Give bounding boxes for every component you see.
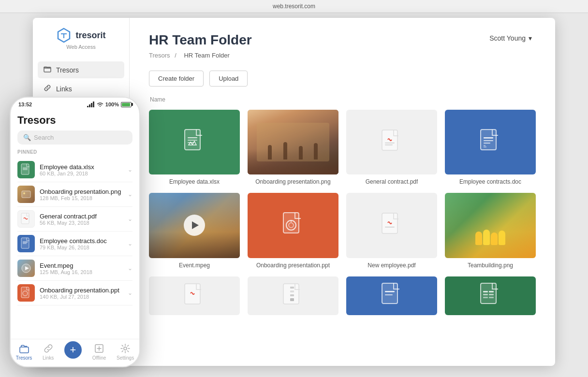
phone-file-left-3: Employee contracts.doc 79 KB, May 26, 20… — [17, 235, 107, 252]
phone-file-icon-5 — [17, 284, 35, 302]
svg-rect-38 — [489, 294, 494, 295]
svg-rect-37 — [483, 294, 488, 295]
phone-file-item-3[interactable]: Employee contracts.doc 79 KB, May 26, 20… — [17, 232, 132, 256]
phone-nav-offline-icon — [94, 343, 104, 354]
file-item-employee-data[interactable]: Employee data.xlsx — [149, 110, 240, 185]
user-name: Scott Young — [489, 34, 526, 42]
svg-rect-32 — [385, 291, 395, 292]
phone-file-left-0: Employee data.xlsx 60 KB, Jan 29, 2018 — [17, 161, 94, 178]
user-menu[interactable]: Scott Young ▾ — [485, 32, 536, 44]
file-item-pdf-2[interactable] — [149, 276, 240, 315]
phone-nav-links-label: Links — [43, 355, 54, 361]
phone-file-name-3: Employee contracts.doc — [40, 237, 107, 245]
phone-search[interactable]: 🔍 Search — [17, 130, 132, 145]
svg-rect-29 — [290, 294, 294, 296]
breadcrumb-separator: / — [175, 52, 178, 59]
battery-percent: 100% — [105, 102, 119, 107]
chevron-down-icon: ▾ — [529, 34, 532, 42]
file-thumb-general-contract — [346, 110, 437, 174]
phone-file-icon-0 — [17, 161, 35, 178]
phone-nav-settings[interactable]: Settings — [117, 343, 134, 361]
svg-rect-56 — [21, 287, 29, 298]
sidebar-item-links[interactable]: Links — [38, 80, 124, 97]
phone-file-name-4: Event.mpeg — [40, 262, 92, 269]
column-header-name: Name — [149, 96, 536, 103]
file-item-employee-contracts[interactable]: Employee contracts.doc — [445, 110, 536, 185]
create-folder-button[interactable]: Create folder — [149, 71, 204, 87]
phone-content: Tresors 🔍 Search PINNED — [11, 109, 139, 305]
svg-rect-39 — [483, 297, 488, 298]
file-item-teambuilding-png[interactable]: Teambuilding.png — [445, 193, 536, 268]
toolbar: Create folder Upload — [149, 71, 536, 87]
file-item-event-mpeg[interactable]: Event.mpeg — [149, 193, 240, 268]
phone-status-icons: 100% — [87, 102, 132, 107]
phone-file-item-4[interactable]: Event.mpeg 125 MB, Aug 16, 2018 ⌄ — [17, 256, 132, 281]
svg-rect-30 — [290, 298, 294, 301]
file-thumb-pdf-2 — [149, 276, 240, 315]
file-thumb-event-mpeg — [149, 193, 240, 258]
phone-file-item-5[interactable]: Onboarding presentation.ppt 140 KB, Jul … — [17, 281, 132, 305]
phone-nav-settings-label: Settings — [117, 355, 134, 361]
svg-rect-36 — [489, 291, 494, 292]
phone-add-button[interactable]: + — [64, 341, 82, 359]
file-item-zip[interactable] — [248, 276, 338, 315]
phone-file-meta-4: 125 MB, Aug 16, 2018 — [40, 269, 92, 275]
file-item-onboarding-ppt[interactable]: Onboarding presentation.ppt — [248, 193, 338, 268]
sidebar-tresors-label: Tresors — [56, 66, 79, 74]
file-thumb-doc-2 — [346, 276, 437, 315]
svg-rect-28 — [290, 290, 294, 292]
upload-button[interactable]: Upload — [209, 71, 248, 87]
breadcrumb-current: HR Team Folder — [184, 52, 229, 59]
sidebar-item-tresors[interactable]: Tresors — [38, 61, 124, 78]
phone-file-info-2: General contract.pdf 56 KB, May 23, 2018 — [40, 213, 97, 226]
svg-rect-48 — [22, 191, 30, 198]
tresorit-logo-icon — [56, 28, 72, 43]
svg-rect-41 — [87, 106, 88, 107]
phone-search-placeholder: Search — [34, 134, 54, 141]
phone-file-left-4: Event.mpeg 125 MB, Aug 16, 2018 — [17, 260, 92, 277]
file-item-general-contract[interactable]: General contract.pdf — [346, 110, 437, 185]
url-bar: web.tresorit.com — [0, 0, 588, 13]
phone-time: 13:52 — [18, 102, 32, 107]
battery-bar — [121, 102, 132, 107]
phone-file-icon-3 — [17, 235, 35, 252]
breadcrumb: Tresors / HR Team Folder — [149, 52, 536, 59]
phone-file-info-4: Event.mpeg 125 MB, Aug 16, 2018 — [40, 262, 92, 275]
file-item-onboarding-png[interactable]: Onboarding presentation.png — [248, 110, 338, 185]
phone-file-left-5: Onboarding presentation.ppt 140 KB, Jul … — [17, 284, 119, 302]
file-name-employee-contracts: Employee contracts.doc — [459, 178, 521, 185]
phone-file-item-2[interactable]: General contract.pdf 56 KB, May 23, 2018… — [17, 207, 132, 232]
phone-file-info-1: Onboarding presentation.png 128 MB, Feb … — [40, 188, 121, 201]
phone-nav-add[interactable]: + — [64, 343, 82, 361]
file-thumb-xlsx-2 — [445, 276, 536, 315]
phone-file-chevron-2: ⌄ — [128, 216, 132, 222]
page-header: HR Team Folder Scott Young ▾ — [149, 32, 536, 48]
folder-icon — [44, 65, 51, 74]
phone-nav-links[interactable]: Links — [43, 343, 54, 361]
file-item-new-employee-pdf[interactable]: New employee.pdf — [346, 193, 437, 268]
phone-title: Tresors — [17, 109, 132, 130]
svg-rect-13 — [385, 143, 395, 144]
file-item-xlsx-2[interactable] — [445, 276, 536, 315]
phone-file-item-0[interactable]: Employee data.xlsx 60 KB, Jan 29, 2018 ⌄ — [17, 158, 132, 182]
phone-file-name-1: Onboarding presentation.png — [40, 188, 121, 195]
svg-rect-15 — [481, 130, 496, 150]
phone-nav-tresors[interactable]: Tresors — [16, 343, 32, 361]
phone-search-icon: 🔍 — [23, 134, 31, 141]
file-name-general-contract: General contract.pdf — [366, 178, 418, 185]
svg-rect-34 — [481, 283, 496, 304]
main-content: HR Team Folder Scott Young ▾ Tresors / H… — [130, 18, 555, 366]
breadcrumb-parent[interactable]: Tresors — [149, 52, 170, 59]
svg-rect-43 — [91, 103, 92, 107]
plus-icon: + — [70, 345, 76, 355]
file-name-onboarding-png: Onboarding presentation.png — [255, 178, 330, 185]
logo-sub: Web Access — [66, 44, 95, 50]
phone-file-item-1[interactable]: Onboarding presentation.png 128 MB, Feb … — [17, 182, 132, 207]
phone-file-icon-4 — [17, 260, 35, 277]
phone-nav-offline[interactable]: Offline — [92, 343, 106, 361]
phone-file-list: Employee data.xlsx 60 KB, Jan 29, 2018 ⌄ — [17, 158, 132, 305]
file-name-teambuilding-png: Teambuilding.png — [468, 262, 513, 269]
file-item-doc-2[interactable] — [346, 276, 437, 315]
phone-file-name-2: General contract.pdf — [40, 213, 97, 220]
file-name-new-employee-pdf: New employee.pdf — [368, 262, 415, 269]
